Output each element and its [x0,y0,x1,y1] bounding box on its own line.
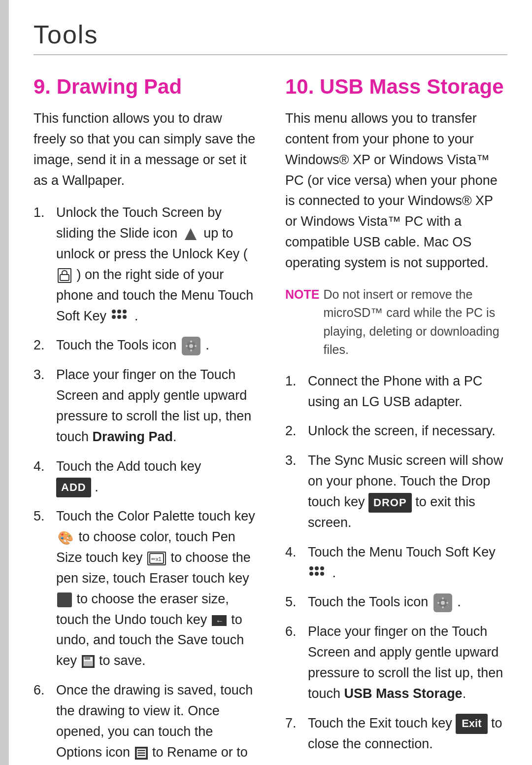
svg-marker-0 [185,228,197,240]
options-icon [135,747,148,760]
tools-icon-usb [433,593,452,612]
pen-size-icon: ✏x1 [147,552,166,565]
menu-soft-key-icon-step4 [309,566,327,580]
usb-step-2-number: 2. [285,421,306,442]
svg-rect-19 [137,755,145,756]
usb-mass-storage-intro: This menu allows you to transfer content… [285,108,507,274]
svg-point-21 [441,601,445,605]
step-4-content: Touch the Add touch key ADD . [56,456,256,498]
svg-point-22 [442,597,444,599]
svg-rect-17 [137,750,145,751]
step-6-content: Once the drawing is saved, touch the dra… [56,680,256,765]
svg-rect-10 [59,594,70,606]
drawing-pad-title: 9. Drawing Pad [33,75,256,99]
step-5-content: Touch the Color Palette touch key 🎨 to c… [56,506,256,671]
page-container: Tools 9. Drawing Pad This function allow… [9,0,532,765]
unlock-key-icon [58,268,71,283]
usb-step-4-number: 4. [285,542,306,563]
usb-steps: 1. Connect the Phone with a PC using an … [285,371,507,755]
save-icon [82,655,95,668]
sidebar-accent-bar [0,0,9,765]
usb-step-3-content: The Sync Music screen will show on your … [308,451,507,533]
step-5-number: 5. [33,506,54,527]
step-2-number: 2. [33,335,54,356]
drop-button-icon: DROP [368,493,412,513]
drawing-pad-bold: Drawing Pad [93,429,173,444]
svg-point-23 [442,606,444,608]
usb-mass-storage-title: 10. USB Mass Storage [285,75,507,99]
svg-point-4 [190,341,192,343]
tools-icon-step2 [182,337,200,355]
palette-icon: 🎨 [57,529,74,546]
note-label: NOTE [285,285,319,359]
svg-rect-18 [137,752,145,754]
usb-step-2-content: Unlock the screen, if necessary. [308,421,507,442]
usb-step-3-number: 3. [285,451,306,471]
note-content: Do not insert or remove the microSD™ car… [323,285,507,359]
svg-point-7 [195,345,197,347]
usb-step-1-content: Connect the Phone with a PC using an LG … [308,371,507,413]
svg-rect-15 [84,661,92,666]
usb-step-5: 5. Touch the Tools icon [285,592,507,613]
note-block: NOTE Do not insert or remove the microSD… [285,285,507,359]
usb-step-7-content: Touch the Exit touch key Exit to close t… [308,713,507,755]
usb-step-1: 1. Connect the Phone with a PC using an … [285,371,507,413]
step-4: 4. Touch the Add touch key ADD . [33,456,256,498]
usb-step-2: 2. Unlock the screen, if necessary. [285,421,507,442]
drawing-pad-intro: This function allows you to draw freely … [33,108,256,191]
step-2-content: Touch the Tools icon . [56,335,256,356]
usb-step-7: 7. Touch the Exit touch key Exit to clos… [285,713,507,755]
step-6: 6. Once the drawing is saved, touch the … [33,680,256,765]
step-1-content: Unlock the Touch Screen by sliding the S… [56,203,256,326]
usb-mass-storage-bold: USB Mass Storage [344,686,463,701]
drawing-pad-section: 9. Drawing Pad This function allows you … [33,75,256,765]
svg-rect-1 [60,275,69,280]
step-6-number: 6. [33,680,54,701]
two-column-layout: 9. Drawing Pad This function allows you … [33,75,507,765]
usb-mass-storage-section: 10. USB Mass Storage This menu allows yo… [285,75,507,765]
step-5: 5. Touch the Color Palette touch key 🎨 t… [33,506,256,671]
usb-step-1-number: 1. [285,371,306,392]
slide-icon [183,226,199,242]
usb-step-7-number: 7. [285,713,306,734]
step-4-number: 4. [33,456,54,477]
drawing-pad-steps: 1. Unlock the Touch Screen by sliding th… [33,203,256,765]
menu-soft-key-icon [112,310,130,323]
usb-step-6-number: 6. [285,622,306,642]
svg-point-25 [446,602,448,604]
usb-step-6: 6. Place your finger on the Touch Screen… [285,622,507,704]
undo-icon: ← [212,615,227,626]
svg-rect-14 [84,657,90,660]
step-3: 3. Place your finger on the Touch Screen… [33,365,256,447]
svg-point-3 [189,344,193,348]
svg-text:←: ← [216,617,224,625]
step-1-number: 1. [33,203,54,223]
svg-point-5 [190,349,192,351]
usb-step-4: 4. Touch the Menu Touch Soft Key . [285,542,507,584]
page-header: Tools [33,20,507,55]
eraser-icon [57,592,72,607]
svg-point-6 [186,345,188,347]
add-button-icon: ADD [56,478,91,497]
usb-step-6-content: Place your finger on the Touch Screen an… [308,622,507,704]
step-3-number: 3. [33,365,54,385]
usb-step-3: 3. The Sync Music screen will show on yo… [285,451,507,533]
exit-button-icon: Exit [456,714,487,733]
usb-step-5-content: Touch the Tools icon . [308,592,507,613]
usb-step-4-content: Touch the Menu Touch Soft Key . [308,542,507,584]
svg-point-24 [437,602,439,604]
step-3-content: Place your finger on the Touch Screen an… [56,365,256,447]
step-1: 1. Unlock the Touch Screen by sliding th… [33,203,256,326]
step-2: 2. Touch the Tools icon [33,335,256,356]
usb-step-5-number: 5. [285,592,306,613]
svg-text:✏x1: ✏x1 [151,556,162,562]
